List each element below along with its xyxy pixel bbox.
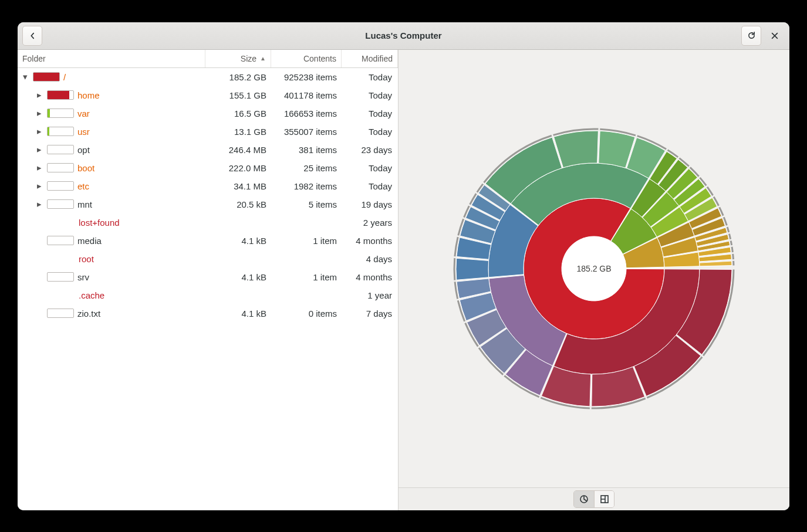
sunburst-leaf-edge xyxy=(733,253,734,259)
reload-icon xyxy=(747,31,756,40)
close-icon xyxy=(771,32,779,40)
cell-size: 16.5 GB xyxy=(205,109,271,118)
tree-row[interactable]: ▸boot222.0 MB25 itemsToday xyxy=(18,159,398,177)
folder-name: zio.txt xyxy=(77,309,100,318)
usage-bar xyxy=(47,127,74,136)
cell-size: 4.1 kB xyxy=(205,309,271,318)
column-size[interactable]: Size ▲ xyxy=(205,50,271,67)
cell-modified: 2 years xyxy=(342,218,398,228)
cell-contents: 401178 items xyxy=(271,90,342,100)
usage-bar xyxy=(33,72,60,82)
cell-modified: 1 year xyxy=(342,290,398,300)
sunburst-chart[interactable]: 185.2 GB xyxy=(406,63,782,474)
content-split: Folder Size ▲ Contents Modified ▾/185.2 … xyxy=(18,50,789,510)
folder-name: etc xyxy=(77,181,89,191)
cell-contents: 1 item xyxy=(271,236,342,246)
folder-name: .cache xyxy=(79,290,104,300)
folder-name: lost+found xyxy=(79,218,120,228)
back-button[interactable] xyxy=(22,26,42,46)
column-contents[interactable]: Contents xyxy=(271,50,342,67)
cell-modified: 4 days xyxy=(342,254,398,264)
cell-size: 4.1 kB xyxy=(205,236,271,246)
sunburst-leaf-edge xyxy=(729,233,730,239)
cell-contents: 166653 items xyxy=(271,109,342,118)
close-button[interactable] xyxy=(765,26,785,46)
chevron-left-icon xyxy=(28,32,36,40)
tree-row[interactable]: ▸etc34.1 MB1982 itemsToday xyxy=(18,177,398,195)
tree-row[interactable]: ▸opt246.4 MB381 items23 days xyxy=(18,141,398,159)
tree-row[interactable]: ▸var16.5 GB166653 itemsToday xyxy=(18,104,398,123)
sunburst-leaf-edge xyxy=(732,246,732,252)
chart-pane: 185.2 GB xyxy=(399,50,789,510)
tree-body[interactable]: ▾/185.2 GB925238 itemsToday▸home155.1 GB… xyxy=(18,68,398,510)
tree-row[interactable]: ▸usr13.1 GB355007 itemsToday xyxy=(18,123,398,141)
folder-name: / xyxy=(63,72,66,82)
expander-icon[interactable]: ▸ xyxy=(35,162,43,173)
tree-row[interactable]: ▾/185.2 GB925238 itemsToday xyxy=(18,68,398,86)
usage-bar xyxy=(47,109,74,118)
cell-size: 4.1 kB xyxy=(205,272,271,282)
folder-tree-pane: Folder Size ▲ Contents Modified ▾/185.2 … xyxy=(18,50,399,510)
expander-icon[interactable]: ▸ xyxy=(35,108,43,118)
usage-bar xyxy=(47,309,74,318)
folder-name: usr xyxy=(77,127,90,137)
column-modified[interactable]: Modified xyxy=(342,50,398,67)
usage-bar xyxy=(47,199,74,209)
expander-icon[interactable]: ▸ xyxy=(35,144,43,155)
rescan-button[interactable] xyxy=(741,26,761,46)
sunburst-slice[interactable] xyxy=(626,267,664,268)
cell-modified: 4 months xyxy=(342,236,398,246)
cell-size: 185.2 GB xyxy=(205,72,271,82)
baobab-window: Lucas's Computer Folder Size ▲ Contents … xyxy=(18,22,789,510)
sunburst-slice[interactable] xyxy=(700,261,732,266)
cell-contents: 381 items xyxy=(271,145,342,155)
tree-row[interactable]: ▸lost+found2 years xyxy=(18,214,398,232)
chart-wrap: 185.2 GB xyxy=(399,50,789,487)
cell-size: 13.1 GB xyxy=(205,127,271,137)
treemap-chart-icon xyxy=(600,494,609,504)
cell-modified: Today xyxy=(342,163,398,173)
cell-contents: 1 item xyxy=(271,272,342,282)
column-folder[interactable]: Folder xyxy=(18,50,205,67)
folder-name: media xyxy=(77,236,102,246)
sunburst-slice[interactable] xyxy=(553,131,598,168)
folder-name: boot xyxy=(77,163,94,173)
sunburst-leaf-edge xyxy=(727,227,729,232)
headerbar: Lucas's Computer xyxy=(18,22,789,50)
tree-row[interactable]: ▸home155.1 GB401178 itemsToday xyxy=(18,86,398,104)
sunburst-center-label: 185.2 GB xyxy=(576,264,611,273)
cell-modified: Today xyxy=(342,72,398,82)
view-rings-button[interactable] xyxy=(574,491,594,507)
usage-bar xyxy=(47,181,74,191)
tree-row[interactable]: ▸zio.txt4.1 kB0 items7 days xyxy=(18,304,398,323)
cell-size: 155.1 GB xyxy=(205,90,271,100)
cell-contents: 5 items xyxy=(271,199,342,209)
expander-icon[interactable]: ▸ xyxy=(35,90,43,100)
view-treemap-button[interactable] xyxy=(594,491,614,507)
expander-icon[interactable]: ▸ xyxy=(35,126,43,137)
folder-name: srv xyxy=(77,272,89,282)
cell-modified: Today xyxy=(342,127,398,137)
cell-size: 20.5 kB xyxy=(205,199,271,209)
sort-indicator-icon: ▲ xyxy=(260,55,266,62)
cell-modified: 23 days xyxy=(342,145,398,155)
view-switcher-bar xyxy=(399,487,789,510)
tree-row[interactable]: ▸mnt20.5 kB5 items19 days xyxy=(18,195,398,214)
cell-modified: 19 days xyxy=(342,199,398,209)
usage-bar xyxy=(47,90,74,100)
sunburst-leaf-edge xyxy=(731,240,731,245)
usage-bar xyxy=(47,163,74,172)
expander-icon[interactable]: ▸ xyxy=(35,199,43,209)
expander-icon[interactable]: ▾ xyxy=(21,72,29,82)
cell-contents: 1982 items xyxy=(271,181,342,191)
tree-row[interactable]: ▸root4 days xyxy=(18,250,398,268)
rings-chart-icon xyxy=(579,494,589,504)
folder-name: mnt xyxy=(77,199,92,209)
folder-name: home xyxy=(77,90,100,100)
folder-name: var xyxy=(77,109,90,118)
expander-icon[interactable]: ▸ xyxy=(35,181,43,191)
tree-row[interactable]: ▸.cache1 year xyxy=(18,286,398,304)
tree-row[interactable]: ▸media4.1 kB1 item4 months xyxy=(18,232,398,250)
tree-row[interactable]: ▸srv4.1 kB1 item4 months xyxy=(18,268,398,286)
sunburst-slice[interactable] xyxy=(456,258,489,280)
